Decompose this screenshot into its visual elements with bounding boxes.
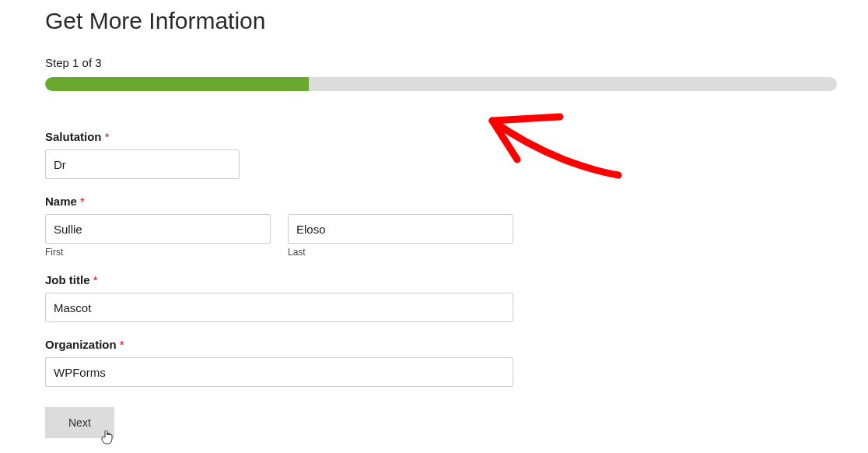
organization-field-group: Organization * xyxy=(45,338,837,387)
salutation-label-text: Salutation xyxy=(45,130,102,143)
name-label: Name * xyxy=(45,195,837,208)
organization-input[interactable] xyxy=(45,357,513,387)
required-marker: * xyxy=(120,338,124,351)
salutation-field-group: Salutation * xyxy=(45,130,837,179)
last-name-col: Last xyxy=(288,214,513,258)
first-name-sublabel: First xyxy=(45,247,271,258)
required-marker: * xyxy=(105,130,110,143)
first-name-col: First xyxy=(45,214,271,258)
last-name-input[interactable] xyxy=(288,214,513,244)
first-name-input[interactable] xyxy=(45,214,271,244)
required-marker: * xyxy=(93,273,98,286)
job-title-field-group: Job title * xyxy=(45,273,837,322)
job-title-input[interactable] xyxy=(45,293,513,322)
progress-fill xyxy=(45,77,309,91)
job-title-label-text: Job title xyxy=(45,273,90,286)
name-field-group: Name * First Last xyxy=(45,195,837,258)
last-name-sublabel: Last xyxy=(288,247,513,258)
organization-label: Organization * xyxy=(45,338,837,351)
name-row: First Last xyxy=(45,214,837,258)
step-indicator: Step 1 of 3 xyxy=(45,56,837,69)
job-title-label: Job title * xyxy=(45,273,837,286)
progress-bar xyxy=(45,77,837,91)
next-button[interactable]: Next xyxy=(45,407,114,438)
form-container: Get More Information Step 1 of 3 Salutat… xyxy=(0,8,868,438)
salutation-label: Salutation * xyxy=(45,130,837,143)
salutation-input[interactable] xyxy=(45,149,240,179)
organization-label-text: Organization xyxy=(45,338,117,351)
page-title: Get More Information xyxy=(45,8,837,34)
required-marker: * xyxy=(80,195,85,208)
name-label-text: Name xyxy=(45,195,77,208)
